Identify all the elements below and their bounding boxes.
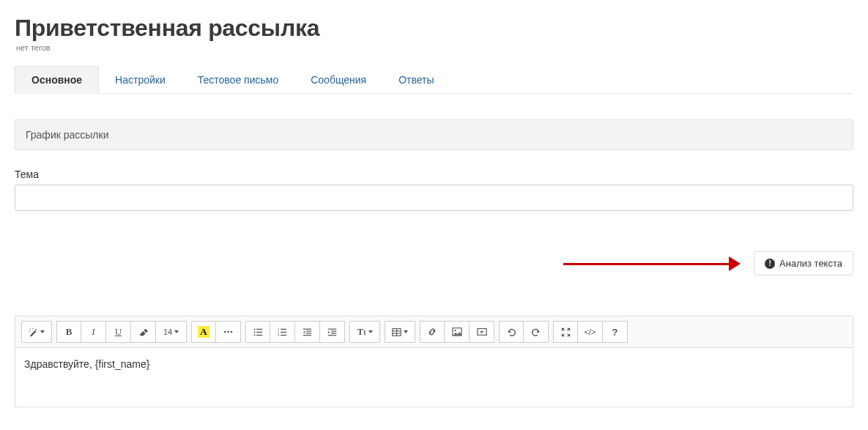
svg-point-4 (227, 331, 229, 333)
outdent-icon (303, 327, 312, 337)
svg-point-5 (231, 331, 233, 333)
tab-test-letter[interactable]: Тестовое письмо (182, 66, 294, 94)
annotation-arrow (563, 260, 741, 267)
svg-rect-22 (328, 328, 336, 329)
underline-button[interactable]: U (106, 321, 131, 343)
subject-label: Тема (15, 168, 853, 180)
svg-rect-7 (256, 328, 262, 329)
svg-rect-15 (281, 331, 286, 332)
svg-rect-25 (328, 335, 336, 336)
svg-rect-21 (303, 335, 311, 336)
ordered-list-icon: 123 (278, 327, 287, 337)
svg-point-8 (253, 331, 255, 333)
svg-rect-20 (306, 333, 311, 333)
underline-icon: U (115, 326, 122, 338)
help-icon: ? (612, 327, 618, 338)
undo-icon (506, 327, 516, 337)
bold-button[interactable]: B (56, 321, 81, 343)
more-format-button[interactable] (216, 321, 241, 343)
italic-button[interactable]: I (81, 321, 106, 343)
unordered-list-icon (253, 327, 263, 337)
no-tags-label: нет тегов (16, 43, 853, 52)
magic-wand-icon (29, 327, 38, 337)
magic-wand-button[interactable] (21, 321, 52, 343)
paragraph-format-button[interactable]: TI (349, 321, 380, 343)
redo-button[interactable] (524, 321, 549, 343)
svg-point-0 (30, 328, 31, 330)
tab-main[interactable]: Основное (15, 66, 99, 94)
fullscreen-icon (561, 327, 571, 337)
svg-rect-17 (281, 334, 286, 335)
svg-point-2 (29, 331, 30, 332)
font-size-label: 14 (163, 327, 172, 336)
svg-rect-18 (303, 328, 311, 329)
help-button[interactable]: ? (603, 321, 628, 343)
video-button[interactable] (470, 321, 494, 343)
image-icon (452, 327, 462, 337)
ellipsis-icon (223, 330, 233, 333)
indent-icon (327, 327, 337, 337)
exclamation-icon: ! (765, 259, 775, 269)
link-icon (427, 327, 437, 337)
highlight-icon: A (198, 326, 209, 338)
tab-settings[interactable]: Настройки (99, 66, 182, 94)
video-icon (477, 327, 487, 337)
ordered-list-button[interactable]: 123 (270, 321, 295, 343)
editor-toolbar: B I U 14 A (15, 316, 853, 348)
svg-rect-11 (256, 334, 262, 335)
tab-replies[interactable]: Ответы (382, 66, 450, 94)
svg-point-31 (454, 330, 456, 331)
eraser-icon (138, 327, 148, 337)
page-title: Приветственная рассылка (15, 15, 853, 42)
svg-rect-24 (331, 333, 336, 333)
redo-icon (531, 327, 541, 337)
table-icon (392, 327, 401, 337)
bold-icon: B (66, 326, 73, 338)
indent-button[interactable] (320, 321, 345, 343)
svg-text:3: 3 (278, 333, 280, 337)
unordered-list-button[interactable] (245, 321, 270, 343)
italic-icon: I (92, 326, 94, 338)
outdent-button[interactable] (295, 321, 320, 343)
text-analysis-button[interactable]: ! Анализ текста (754, 251, 853, 275)
paragraph-icon: TI (357, 326, 366, 338)
table-button[interactable] (385, 321, 415, 343)
svg-rect-19 (306, 330, 311, 331)
svg-point-1 (32, 327, 33, 328)
eraser-button[interactable] (131, 321, 156, 343)
svg-rect-13 (281, 328, 286, 329)
link-button[interactable] (420, 321, 445, 343)
highlight-button[interactable]: A (191, 321, 216, 343)
image-button[interactable] (445, 321, 470, 343)
schedule-panel-header[interactable]: График рассылки (15, 119, 853, 150)
svg-rect-9 (256, 331, 262, 332)
text-analysis-label: Анализ текста (779, 258, 842, 269)
rich-text-editor: B I U 14 A (15, 316, 853, 407)
subject-input[interactable] (15, 185, 853, 211)
editor-content-area[interactable]: Здравствуйте, {first_name} (15, 348, 853, 407)
svg-point-6 (253, 328, 255, 330)
svg-point-3 (224, 331, 226, 333)
font-size-button[interactable]: 14 (156, 321, 187, 343)
undo-button[interactable] (499, 321, 524, 343)
code-icon: </> (585, 327, 596, 336)
code-view-button[interactable]: </> (578, 321, 603, 343)
tab-messages[interactable]: Сообщения (294, 66, 382, 94)
svg-rect-23 (331, 330, 336, 331)
svg-point-10 (253, 334, 255, 336)
tabs: Основное Настройки Тестовое письмо Сообщ… (15, 65, 853, 94)
fullscreen-button[interactable] (553, 321, 578, 343)
